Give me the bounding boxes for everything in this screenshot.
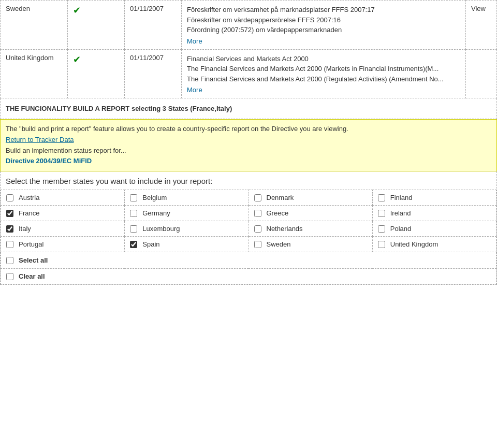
sweden-state-cell: Sweden (248, 237, 372, 252)
clear-all-cell: Clear all (1, 269, 496, 284)
belgium-label: Belgium (142, 194, 167, 201)
sweden-date-cell: ✔ (68, 1, 125, 50)
sweden-row: Sweden ✔ 01/11/2007 Föreskrifter om verk… (1, 1, 497, 50)
functionality-title: THE FUNCIONALITY BUILD A REPORT selectin… (6, 105, 491, 112)
member-states-section: Select the member states you want to inc… (0, 171, 497, 285)
check-icon: ✔ (73, 5, 81, 16)
sweden-content-line1: Föreskrifter om verksamhet på marknadspl… (187, 6, 375, 13)
france-cell: France (1, 206, 125, 221)
sweden-country-cell: Sweden (1, 1, 68, 50)
select-all-label: Select all (19, 256, 48, 264)
ireland-checkbox[interactable] (378, 210, 385, 217)
sweden-content-line3: Förordning (2007:572) om värdepappersmar… (187, 26, 342, 34)
uk-content-line1: Financial Services and Markets Act 2000 (187, 55, 309, 63)
netherlands-label: Netherlands (267, 225, 303, 233)
ireland-cell: Ireland (372, 206, 496, 221)
uk-state-cell: United Kingdom (372, 237, 496, 252)
finland-cell: Finland (372, 190, 496, 206)
states-row-2: France Germany Greece Ireland (1, 206, 496, 221)
greece-cell: Greece (248, 206, 372, 221)
uk-content-line3: The Financial Services and Markets Act 2… (187, 75, 444, 83)
sweden-country-label: Sweden (6, 5, 30, 12)
info-text: The "build and print a report" feature a… (6, 125, 348, 133)
info-box: The "build and print a report" feature a… (0, 119, 497, 171)
uk-state-label: United Kingdom (390, 240, 438, 248)
belgium-cell: Belgium (125, 190, 248, 206)
spain-cell: Spain (125, 237, 248, 252)
uk-content-line2: The Financial Services and Markets Act 2… (187, 65, 438, 73)
uk-check-cell: ✔ (68, 49, 125, 98)
sweden-state-label: Sweden (267, 240, 291, 248)
austria-label: Austria (19, 194, 39, 201)
belgium-checkbox[interactable] (130, 194, 137, 201)
italy-cell: Italy (1, 221, 125, 237)
select-all-row: Select all (1, 252, 496, 269)
denmark-checkbox[interactable] (254, 194, 261, 201)
germany-checkbox[interactable] (130, 210, 137, 217)
states-row-4: Portugal Spain Sweden United Kingdom (1, 237, 496, 252)
functionality-section: THE FUNCIONALITY BUILD A REPORT selectin… (0, 98, 497, 119)
france-label: France (19, 209, 39, 217)
poland-cell: Poland (372, 221, 496, 237)
finland-label: Finland (390, 194, 413, 201)
uk-more-link[interactable]: More (187, 86, 460, 94)
clear-all-row: Clear all (1, 269, 496, 284)
spain-label: Spain (142, 240, 159, 248)
uk-content-cell: Financial Services and Markets Act 2000 … (182, 49, 466, 98)
denmark-label: Denmark (267, 194, 294, 201)
austria-checkbox[interactable] (6, 194, 13, 201)
portugal-cell: Portugal (1, 237, 125, 252)
build-text: Build an implemention status report for.… (6, 147, 126, 154)
select-all-cell: Select all (1, 252, 496, 269)
uk-country-cell: United Kingdom (1, 49, 68, 98)
luxembourg-checkbox[interactable] (130, 225, 137, 233)
spain-checkbox[interactable] (130, 241, 137, 248)
luxembourg-cell: Luxembourg (125, 221, 248, 237)
uk-row: United Kingdom ✔ 01/11/2007 Financial Se… (1, 49, 497, 98)
sweden-content-line2: Föreskrifter om värdepappersrörelse FFFS… (187, 16, 341, 24)
directive-label: Directive 2004/39/EC MiFID (6, 157, 92, 165)
poland-label: Poland (390, 225, 411, 233)
clear-all-label: Clear all (19, 272, 45, 280)
denmark-cell: Denmark (248, 190, 372, 206)
italy-checkbox[interactable] (6, 225, 13, 233)
france-checkbox[interactable] (6, 210, 13, 217)
sweden-date-value: 01/11/2007 (125, 1, 182, 50)
germany-label: Germany (142, 209, 170, 217)
uk-check-icon: ✔ (73, 54, 81, 65)
portugal-checkbox[interactable] (6, 241, 13, 248)
uk-date-value: 01/11/2007 (125, 49, 182, 98)
poland-checkbox[interactable] (378, 225, 385, 233)
greece-label: Greece (267, 209, 289, 217)
states-row-1: Austria Belgium Denmark Finland (1, 190, 496, 206)
germany-cell: Germany (125, 206, 248, 221)
sweden-content-cell: Föreskrifter om verksamhet på marknadspl… (182, 1, 466, 50)
sweden-state-checkbox[interactable] (254, 241, 261, 248)
finland-checkbox[interactable] (378, 194, 385, 201)
sweden-view-cell: View (466, 1, 497, 50)
sweden-view-link[interactable]: View (471, 5, 486, 12)
main-data-table: Sweden ✔ 01/11/2007 Föreskrifter om verk… (0, 0, 497, 98)
uk-state-checkbox[interactable] (378, 241, 385, 248)
austria-cell: Austria (1, 190, 125, 206)
netherlands-checkbox[interactable] (254, 225, 261, 233)
greece-checkbox[interactable] (254, 210, 261, 217)
select-all-checkbox[interactable] (6, 257, 13, 264)
clear-all-checkbox[interactable] (6, 273, 13, 280)
member-states-title: Select the member states you want to inc… (1, 171, 496, 190)
return-to-tracker-link[interactable]: Return to Tracker Data (6, 136, 74, 143)
states-grid: Austria Belgium Denmark Finland (1, 190, 496, 284)
portugal-label: Portugal (19, 240, 43, 248)
uk-view-cell (466, 49, 497, 98)
netherlands-cell: Netherlands (248, 221, 372, 237)
ireland-label: Ireland (390, 209, 411, 217)
states-row-3: Italy Luxembourg Netherlands Poland (1, 221, 496, 237)
uk-country-label: United Kingdom (6, 54, 54, 62)
luxembourg-label: Luxembourg (142, 225, 180, 233)
italy-label: Italy (19, 225, 31, 233)
sweden-more-link[interactable]: More (187, 37, 460, 45)
